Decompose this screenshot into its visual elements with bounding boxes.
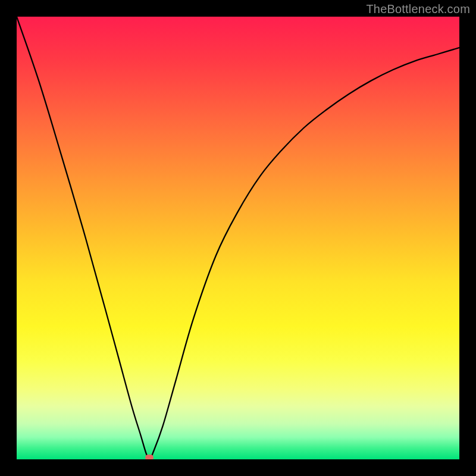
chart-frame: TheBottleneck.com [0,0,476,476]
bottleneck-curve [17,17,459,459]
plot-area [17,17,459,459]
attribution-label: TheBottleneck.com [366,2,470,16]
bottleneck-marker [145,455,154,459]
curve-layer [17,17,459,459]
